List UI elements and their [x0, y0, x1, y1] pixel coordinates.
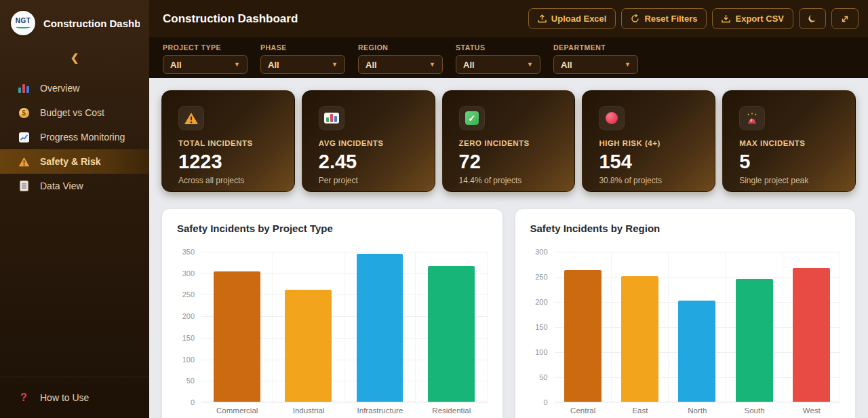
- sidebar-item-data-view[interactable]: Data View: [0, 174, 149, 198]
- x-axis-labels: CentralEastNorthSouthWest: [555, 406, 841, 415]
- kpi-max-incidents: MAX INCIDENTS 5 Single project peak: [722, 90, 856, 192]
- reset-filters-button[interactable]: Reset Filters: [621, 8, 707, 29]
- plot-area: [201, 252, 488, 402]
- plot-area: [555, 252, 841, 402]
- y-axis-tick: 0: [191, 398, 195, 406]
- reset-filters-label: Reset Filters: [644, 14, 697, 24]
- moon-icon: [808, 14, 817, 24]
- filter-label: DEPARTMENT: [553, 43, 638, 52]
- y-axis-tick: 100: [535, 348, 547, 356]
- sidebar-footer: ? How to Use: [0, 377, 149, 418]
- y-axis-tick: 200: [535, 298, 547, 306]
- bar-slots: [555, 252, 841, 402]
- y-axis: 050100150200250300350: [177, 252, 201, 402]
- y-axis-tick: 250: [182, 290, 195, 299]
- sidebar-item-label: Overview: [40, 83, 79, 94]
- sidebar-item-progress[interactable]: Progress Monitoring: [0, 125, 149, 149]
- chart-title: Safety Incidents by Project Type: [177, 223, 488, 234]
- bar-slot: [416, 252, 487, 402]
- status-select[interactable]: All ▼: [456, 55, 540, 74]
- sidebar: NGT Construction Dashboard ❮ Overview $ …: [0, 0, 149, 418]
- bar-infrastructure: [357, 254, 403, 402]
- bar-residential: [428, 266, 475, 402]
- kpi-value: 72: [459, 151, 559, 172]
- upload-icon: [538, 14, 547, 23]
- bar-commercial: [214, 271, 260, 402]
- kpi-value: 154: [599, 151, 698, 172]
- y-axis-tick: 50: [186, 377, 195, 385]
- filter-label: PHASE: [260, 43, 345, 52]
- sidebar-item-budget[interactable]: $ Budget vs Cost: [0, 100, 149, 125]
- chevron-down-icon: ▼: [429, 61, 435, 68]
- upload-excel-button[interactable]: Upload Excel: [528, 8, 616, 29]
- kpi-label: ZERO INCIDENTS: [459, 139, 559, 147]
- siren-icon: [739, 106, 765, 130]
- bar-chart-project-type: 050100150200250300350CommercialIndustria…: [177, 252, 488, 415]
- region-select[interactable]: All ▼: [358, 55, 443, 74]
- kpi-value: 1223: [178, 151, 278, 172]
- department-select[interactable]: All ▼: [553, 55, 638, 74]
- filter-department: DEPARTMENT All ▼: [553, 43, 638, 74]
- dark-mode-toggle[interactable]: [799, 8, 826, 29]
- y-axis-tick: 350: [182, 248, 195, 256]
- y-axis-tick: 250: [535, 273, 547, 281]
- plot-row: 050100150200250300: [530, 252, 841, 402]
- kpi-sub: 14.4% of projects: [459, 176, 559, 185]
- x-axis-label: South: [726, 406, 783, 415]
- chart-increasing-icon: [18, 131, 30, 143]
- kpi-value: 5: [739, 151, 839, 172]
- kpi-sub: Per project: [319, 176, 418, 185]
- selected-value: All: [268, 60, 279, 70]
- project-type-select[interactable]: All ▼: [163, 55, 248, 74]
- sidebar-item-label: How to Use: [40, 392, 89, 403]
- x-axis-label: Central: [555, 406, 612, 415]
- selected-value: All: [170, 60, 182, 70]
- kpi-high-risk: HIGH RISK (4+) 154 30.8% of projects: [582, 90, 715, 192]
- filter-region: REGION All ▼: [358, 43, 443, 74]
- y-axis-tick: 150: [535, 323, 547, 331]
- fullscreen-button[interactable]: [831, 8, 859, 29]
- bar-slot: [273, 252, 344, 402]
- y-axis-tick: 300: [535, 248, 547, 256]
- x-axis-label: Commercial: [201, 406, 273, 415]
- topbar: Construction Dashboard Upload Excel Rese…: [149, 0, 868, 37]
- x-axis-label: East: [612, 406, 669, 415]
- chevron-down-icon: ▼: [234, 61, 240, 68]
- clipboard-icon: [18, 180, 30, 192]
- y-axis-tick: 300: [182, 269, 195, 278]
- page-title: Construction Dashboard: [163, 12, 298, 26]
- kpi-value: 2.45: [319, 151, 418, 172]
- brand: NGT Construction Dashboard: [0, 0, 149, 42]
- sidebar-collapse-icon[interactable]: ❮: [64, 52, 85, 64]
- download-icon: [722, 14, 730, 23]
- filter-label: PROJECT TYPE: [163, 43, 248, 52]
- x-axis-labels: CommercialIndustrialInfrastructureReside…: [201, 406, 488, 415]
- content: TOTAL INCIDENTS 1223 Across all projects…: [149, 78, 868, 418]
- phase-select[interactable]: All ▼: [260, 55, 345, 74]
- plot-row: 050100150200250300350: [177, 252, 488, 402]
- x-axis-label: Residential: [416, 406, 487, 415]
- sidebar-item-label: Budget vs Cost: [40, 107, 104, 118]
- logo-swoosh: [16, 25, 31, 28]
- upload-excel-label: Upload Excel: [551, 14, 607, 24]
- bar-slot: [555, 252, 612, 402]
- filter-project-type: PROJECT TYPE All ▼: [163, 43, 248, 74]
- check-icon: ✓: [459, 106, 485, 130]
- sidebar-item-overview[interactable]: Overview: [0, 76, 149, 100]
- y-axis-tick: 100: [182, 356, 195, 364]
- bar-slots: [201, 252, 488, 402]
- brand-title: Construction Dashboard: [43, 18, 140, 29]
- company-logo: NGT: [11, 11, 35, 35]
- sidebar-item-how-to-use[interactable]: ? How to Use: [0, 385, 149, 410]
- bar-central: [564, 270, 601, 402]
- sidebar-item-safety-risk[interactable]: Safety & Risk: [0, 149, 149, 174]
- sidebar-item-label: Safety & Risk: [40, 156, 100, 167]
- bar-west: [793, 268, 830, 402]
- x-axis-label: Industrial: [273, 406, 344, 415]
- chart-title: Safety Incidents by Region: [530, 223, 841, 234]
- chart-card-project-type: Safety Incidents by Project Type 0501001…: [161, 208, 503, 418]
- reset-icon: [631, 14, 639, 23]
- selected-value: All: [561, 60, 572, 70]
- export-csv-button[interactable]: Export CSV: [712, 8, 793, 29]
- sidebar-item-label: Progress Monitoring: [40, 132, 125, 142]
